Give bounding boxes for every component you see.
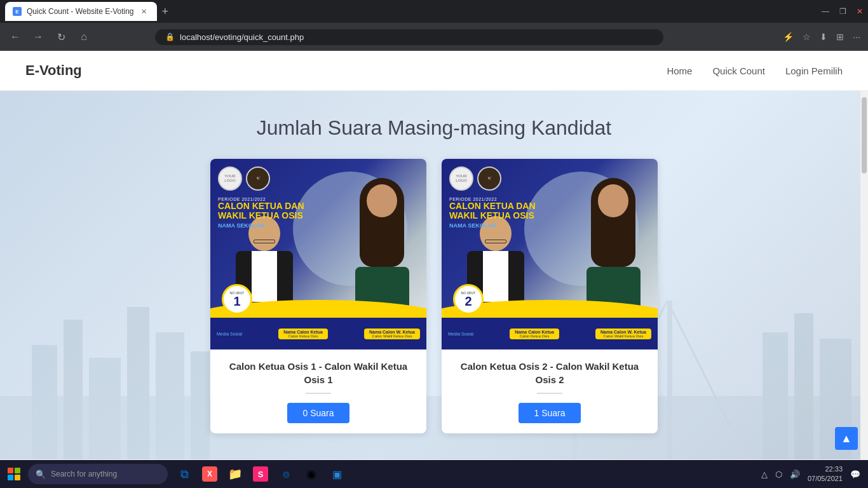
woman-hair-2: [591, 178, 635, 267]
page-title: Jumlah Suara Masing-masing Kandidat: [0, 91, 868, 140]
toolbar-icons: ⚡ ☆ ⬇ ⊞ ···: [783, 32, 860, 42]
brand-name: E-Voting: [25, 62, 82, 79]
webpage: E-Voting Home Quick Count Login Pemilih: [0, 51, 868, 459]
candidates-row: YOURLOGO 🦅 PERIODE 2021/2022 CALON KETUA…: [0, 140, 868, 459]
name-main-wakil-1: Nama Calon W. Ketua: [369, 330, 415, 334]
name-sub-wakil-1: Calon Wakil Ketua Osis: [369, 334, 415, 338]
nav-home[interactable]: Home: [667, 65, 692, 76]
minimize-button[interactable]: —: [822, 7, 829, 16]
collections-icon[interactable]: ⊞: [836, 32, 844, 42]
poster-text-2: PERIODE 2021/2022 CALON KETUA DAN WAKIL …: [449, 197, 536, 229]
hero-section: Jumlah Suara Masing-masing Kandidat: [0, 91, 868, 459]
scroll-up-button[interactable]: ▲: [835, 427, 858, 450]
browser-titlebar: E Quick Count - Website E-Voting ✕ + — ❐…: [0, 0, 868, 23]
tab-favicon: E: [13, 7, 22, 16]
vote-button-2[interactable]: 1 Suara: [519, 403, 580, 423]
candidate-number-2: 2: [465, 295, 471, 308]
name-main-ketua-2: Nama Calon Ketua: [515, 330, 554, 334]
tab-title: Quick Count - Website E-Voting: [27, 7, 134, 16]
poster-title-2: CALON KETUA DAN WAKIL KETUA OSIS: [449, 201, 536, 221]
extensions-icon[interactable]: ⚡: [783, 32, 794, 42]
card-body-1: Calon Ketua Osis 1 - Calon Wakil Ketua O…: [210, 349, 426, 433]
candidate-card-1: YOURLOGO 🦅 PERIODE 2021/2022 CALON KETUA…: [210, 159, 426, 433]
browser-addressbar: ← → ↻ ⌂ 🔒 localhost/evoting/quick_count.…: [0, 23, 868, 51]
back-button[interactable]: ←: [8, 31, 23, 43]
candidate-poster-1: YOURLOGO 🦅 PERIODE 2021/2022 CALON KETUA…: [210, 159, 426, 349]
poster-bottom-bar-2: Media Sosial Nama Calon Ketua Calon Ketu…: [442, 318, 658, 349]
tab-close-button[interactable]: ✕: [139, 6, 149, 17]
close-button[interactable]: ✕: [857, 7, 863, 16]
man-shirt-2: [483, 251, 508, 302]
browser-window: E Quick Count - Website E-Voting ✕ + — ❐…: [0, 0, 868, 459]
security-icon: 🔒: [165, 32, 175, 41]
poster-text-1: PERIODE 2021/2022 CALON KETUA DAN WAKIL …: [218, 197, 304, 229]
settings-icon[interactable]: ···: [853, 32, 860, 42]
new-tab-button[interactable]: +: [162, 5, 169, 18]
browser-tab[interactable]: E Quick Count - Website E-Voting ✕: [5, 2, 157, 21]
woman-hair-1: [360, 178, 404, 267]
name-box-ketua-1: Nama Calon Ketua Calon Ketua Osis: [278, 329, 328, 339]
card-divider-2: [537, 393, 562, 394]
name-sub-ketua-1: Calon Ketua Osis: [283, 334, 323, 338]
candidate-name-2: Calon Ketua Osis 2 - Calon Wakil Ketua O…: [454, 360, 645, 386]
address-bar[interactable]: 🔒 localhost/evoting/quick_count.php: [155, 29, 663, 45]
candidate-card-2: YOURLOGO 🦅 PERIODE 2021/2022 CALON KETUA…: [442, 159, 658, 433]
candidate-poster-2: YOURLOGO 🦅 PERIODE 2021/2022 CALON KETUA…: [442, 159, 658, 349]
poster-title-1: CALON KETUA DAN WAKIL KETUA OSIS: [218, 201, 304, 221]
poster-number-1: NO URUT 1: [222, 284, 252, 315]
nav-quick-count[interactable]: Quick Count: [712, 65, 765, 76]
name-box-ketua-2: Nama Calon Ketua Calon Ketua Osis: [510, 329, 559, 339]
media-sosial-1: Media Sosial: [217, 332, 242, 336]
poster-school-1: NAMA SEKOLAH: [218, 222, 304, 229]
name-main-ketua-1: Nama Calon Ketua: [283, 330, 323, 334]
name-box-wakil-2: Nama Calon W. Ketua Calon Wakil Ketua Os…: [595, 329, 651, 339]
downloads-icon[interactable]: ⬇: [820, 32, 827, 42]
card-body-2: Calon Ketua Osis 2 - Calon Wakil Ketua O…: [442, 349, 658, 433]
poster-school-2: NAMA SEKOLAH: [449, 222, 536, 229]
man-glasses-2: [485, 240, 506, 243]
poster-1: YOURLOGO 🦅 PERIODE 2021/2022 CALON KETUA…: [210, 159, 426, 349]
maximize-button[interactable]: ❐: [839, 7, 846, 16]
poster-number-2: NO URUT 2: [453, 284, 484, 315]
card-divider-1: [306, 393, 331, 394]
home-button[interactable]: ⌂: [76, 31, 92, 43]
woman-face-2: [598, 184, 628, 217]
woman-face-1: [367, 184, 397, 217]
vote-button-1[interactable]: 0 Suara: [287, 403, 349, 423]
candidate-name-1: Calon Ketua Osis 1 - Calon Wakil Ketua O…: [223, 360, 414, 386]
man-shirt-1: [252, 251, 277, 302]
media-sosial-2: Media Sosial: [448, 332, 473, 336]
name-sub-ketua-2: Calon Ketua Osis: [515, 334, 554, 338]
man-glasses-1: [254, 240, 275, 243]
reload-button[interactable]: ↻: [53, 31, 69, 43]
navbar: E-Voting Home Quick Count Login Pemilih: [0, 51, 868, 91]
name-box-wakil-1: Nama Calon W. Ketua Calon Wakil Ketua Os…: [364, 329, 420, 339]
scroll-to-top[interactable]: ▲: [835, 427, 858, 450]
forward-button[interactable]: →: [31, 31, 46, 43]
poster-2: YOURLOGO 🦅 PERIODE 2021/2022 CALON KETUA…: [442, 159, 658, 349]
name-sub-wakil-2: Calon Wakil Ketua Osis: [600, 334, 646, 338]
address-text: localhost/evoting/quick_count.php: [180, 32, 304, 42]
nav-links: Home Quick Count Login Pemilih: [667, 65, 843, 76]
candidate-number-1: 1: [233, 295, 240, 308]
name-main-wakil-2: Nama Calon W. Ketua: [600, 330, 646, 334]
poster-bottom-bar-1: Media Sosial Nama Calon Ketua Calon Ketu…: [210, 318, 426, 349]
favorites-icon[interactable]: ☆: [803, 32, 811, 42]
window-controls: — ❐ ✕: [822, 7, 863, 16]
nav-login-pemilih[interactable]: Login Pemilih: [785, 65, 843, 76]
